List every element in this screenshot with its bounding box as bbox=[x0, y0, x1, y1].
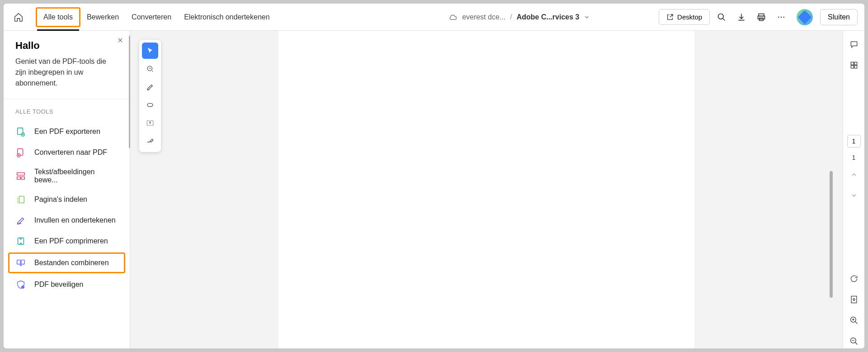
search-icon bbox=[717, 13, 726, 22]
download-icon bbox=[737, 13, 746, 22]
tool-fill-sign[interactable]: Invullen en ondertekenen bbox=[4, 210, 130, 231]
svg-point-0 bbox=[718, 14, 724, 19]
svg-rect-12 bbox=[17, 177, 20, 180]
tool-protect-pdf[interactable]: PDF beveiligen bbox=[4, 274, 130, 295]
tool-label: PDF beveiligen bbox=[34, 281, 84, 289]
desktop-label: Desktop bbox=[677, 13, 702, 21]
tab-converteren[interactable]: Converteren bbox=[125, 4, 178, 30]
svg-point-5 bbox=[781, 16, 782, 18]
svg-rect-17 bbox=[21, 260, 24, 264]
more-button[interactable] bbox=[773, 9, 789, 25]
tool-organize-pages[interactable]: Pagina's indelen bbox=[4, 189, 130, 210]
protect-pdf-icon bbox=[15, 279, 26, 290]
tool-label: Tekst/afbeeldingen bewe... bbox=[34, 168, 118, 184]
tab-bewerken[interactable]: Bewerken bbox=[80, 4, 125, 30]
topbar: Alle tools Bewerken Converteren Elektron… bbox=[4, 4, 864, 31]
highlight-tool[interactable] bbox=[142, 79, 158, 95]
tab-elektronisch-ondertekenen[interactable]: Elektronisch ondertekenen bbox=[178, 4, 276, 30]
svg-rect-26 bbox=[854, 66, 857, 68]
chevron-down-icon bbox=[850, 192, 858, 199]
fill-sign-icon bbox=[15, 215, 26, 226]
page-number-input[interactable]: 1 bbox=[847, 135, 861, 147]
download-button[interactable] bbox=[733, 9, 750, 25]
sidebar-subtitle: Geniet van de PDF-tools die zijn inbegre… bbox=[4, 56, 130, 99]
zoom-out-button[interactable] bbox=[847, 334, 861, 348]
print-icon bbox=[757, 13, 766, 22]
main: Hallo Geniet van de PDF-tools die zijn i… bbox=[4, 31, 864, 348]
right-rail: 1 1 bbox=[843, 31, 864, 348]
tab-label: Converteren bbox=[132, 13, 171, 21]
rotate-icon bbox=[849, 274, 859, 283]
breadcrumb-file[interactable]: everest dce... bbox=[462, 13, 505, 21]
sidebar-title: Hallo bbox=[4, 40, 130, 56]
select-tool[interactable] bbox=[142, 43, 158, 59]
comment-icon bbox=[146, 65, 154, 73]
search-button[interactable] bbox=[713, 9, 730, 25]
avatar[interactable] bbox=[797, 9, 813, 25]
text-box-icon bbox=[146, 119, 154, 127]
zoom-in-button[interactable] bbox=[847, 313, 861, 328]
convert-pdf-icon bbox=[15, 147, 26, 158]
top-actions: Desktop Sluiten bbox=[659, 9, 858, 25]
svg-rect-24 bbox=[854, 62, 857, 65]
svg-rect-11 bbox=[17, 173, 25, 176]
tool-edit-text-images[interactable]: Tekst/afbeeldingen bewe... bbox=[4, 163, 130, 189]
svg-point-21 bbox=[147, 103, 153, 107]
breadcrumb: everest dce... / Adobe C...rvices 3 bbox=[344, 13, 590, 22]
text-tool[interactable] bbox=[142, 115, 158, 131]
home-button[interactable] bbox=[10, 9, 27, 25]
comment-tool[interactable] bbox=[142, 61, 158, 77]
fit-page-icon bbox=[849, 295, 859, 304]
svg-rect-25 bbox=[851, 66, 854, 68]
home-icon bbox=[14, 12, 24, 22]
tool-export-pdf[interactable]: Een PDF exporteren bbox=[4, 121, 130, 142]
svg-rect-27 bbox=[851, 296, 857, 303]
chevron-down-icon[interactable] bbox=[584, 14, 590, 20]
comments-panel-button[interactable] bbox=[847, 37, 861, 52]
desktop-button[interactable]: Desktop bbox=[659, 9, 710, 25]
print-button[interactable] bbox=[753, 9, 769, 25]
sidebar-close-button[interactable] bbox=[117, 37, 123, 43]
tab-alle-tools[interactable]: Alle tools bbox=[36, 7, 80, 27]
svg-rect-23 bbox=[851, 62, 854, 65]
sidebar: Hallo Geniet van de PDF-tools die zijn i… bbox=[4, 31, 130, 348]
svg-rect-15 bbox=[18, 238, 24, 245]
document-area bbox=[130, 31, 843, 348]
cursor-icon bbox=[146, 47, 154, 55]
page-up-button[interactable] bbox=[847, 167, 861, 182]
signature-icon bbox=[146, 137, 154, 145]
tab-label: Alle tools bbox=[43, 13, 73, 21]
tool-convert-to-pdf[interactable]: Converteren naar PDF bbox=[4, 142, 130, 163]
svg-rect-16 bbox=[17, 260, 20, 264]
page-down-button[interactable] bbox=[847, 188, 861, 203]
sign-tool[interactable] bbox=[142, 133, 158, 149]
draw-tool[interactable] bbox=[142, 97, 158, 113]
app-frame: Alle tools Bewerken Converteren Elektron… bbox=[4, 4, 864, 348]
svg-point-4 bbox=[778, 16, 779, 18]
tab-label: Elektronisch ondertekenen bbox=[184, 13, 269, 21]
tab-label: Bewerken bbox=[87, 13, 119, 21]
page-canvas[interactable] bbox=[278, 31, 694, 348]
svg-rect-13 bbox=[21, 177, 24, 180]
nav-tabs: Alle tools Bewerken Converteren Elektron… bbox=[36, 4, 276, 30]
open-external-icon bbox=[666, 14, 674, 21]
tool-label: Invullen en ondertekenen bbox=[34, 216, 116, 224]
tool-combine-files[interactable]: Bestanden combineren bbox=[8, 252, 125, 273]
tool-label: Converteren naar PDF bbox=[34, 148, 107, 157]
breadcrumb-current[interactable]: Adobe C...rvices 3 bbox=[517, 13, 580, 21]
more-icon bbox=[777, 13, 786, 22]
zoom-in-icon bbox=[849, 316, 859, 325]
tool-label: Bestanden combineren bbox=[34, 259, 109, 267]
svg-point-6 bbox=[783, 16, 785, 18]
edit-text-icon bbox=[15, 171, 26, 181]
highlight-icon bbox=[146, 83, 154, 91]
svg-rect-14 bbox=[19, 196, 24, 203]
sidebar-section-label: ALLE TOOLS bbox=[4, 108, 130, 121]
rotate-button[interactable] bbox=[847, 271, 861, 286]
close-button[interactable]: Sluiten bbox=[820, 9, 858, 25]
document-scrollbar[interactable] bbox=[830, 171, 833, 298]
tool-compress-pdf[interactable]: Een PDF comprimeren bbox=[4, 231, 130, 252]
fit-page-button[interactable] bbox=[847, 292, 861, 307]
thumbnails-panel-button[interactable] bbox=[847, 58, 861, 72]
chevron-up-icon bbox=[850, 171, 858, 178]
